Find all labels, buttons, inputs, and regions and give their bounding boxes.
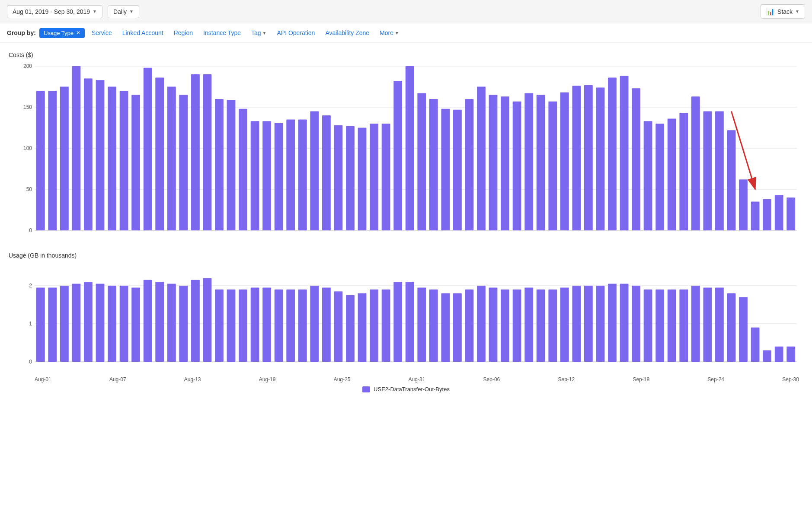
svg-rect-69 <box>715 112 724 231</box>
svg-rect-118 <box>441 293 450 362</box>
x-axis-label: Sep-18 <box>633 376 649 382</box>
svg-rect-137 <box>668 290 676 362</box>
svg-rect-14 <box>60 87 69 231</box>
svg-text:0: 0 <box>29 227 32 233</box>
svg-rect-135 <box>644 290 652 362</box>
svg-rect-126 <box>537 290 545 362</box>
group-link-region[interactable]: Region <box>170 28 196 38</box>
svg-text:50: 50 <box>26 186 32 192</box>
svg-rect-66 <box>679 113 688 230</box>
x-axis-label: Sep-24 <box>707 376 724 382</box>
svg-rect-74 <box>775 195 783 230</box>
svg-rect-70 <box>727 130 736 230</box>
usage-chart-title: Usage (GB in thousands) <box>9 252 803 259</box>
date-range-button[interactable]: Aug 01, 2019 - Sep 30, 2019 ▼ <box>7 5 102 18</box>
group-link-tag[interactable]: Tag ▼ <box>248 28 270 38</box>
svg-rect-18 <box>108 87 116 231</box>
svg-rect-123 <box>501 290 509 362</box>
svg-rect-90 <box>108 286 116 362</box>
svg-rect-124 <box>513 290 521 362</box>
svg-text:150: 150 <box>23 104 32 110</box>
svg-rect-125 <box>524 287 533 362</box>
legend: USE2-DataTransfer-Out-Bytes <box>9 386 803 392</box>
svg-rect-101 <box>239 290 247 362</box>
x-axis-label: Sep-06 <box>483 376 500 382</box>
group-link-more[interactable]: More ▼ <box>376 28 403 38</box>
svg-rect-34 <box>298 120 307 231</box>
svg-rect-132 <box>608 284 617 362</box>
close-icon[interactable]: ✕ <box>76 30 80 36</box>
svg-rect-62 <box>632 88 640 230</box>
svg-rect-47 <box>453 110 462 230</box>
svg-rect-12 <box>36 91 45 230</box>
svg-rect-93 <box>144 280 152 362</box>
svg-rect-94 <box>155 282 164 362</box>
x-axis-label: Sep-12 <box>558 376 575 382</box>
svg-rect-133 <box>620 284 629 362</box>
svg-rect-58 <box>584 85 593 230</box>
svg-rect-136 <box>655 290 664 362</box>
legend-swatch <box>362 386 370 392</box>
svg-rect-103 <box>262 287 271 362</box>
group-link-service[interactable]: Service <box>88 28 115 38</box>
group-link-availability-zone[interactable]: Availability Zone <box>322 28 373 38</box>
svg-rect-92 <box>131 287 140 362</box>
svg-rect-41 <box>382 124 390 230</box>
svg-rect-39 <box>358 128 367 231</box>
svg-rect-73 <box>763 199 771 230</box>
svg-rect-13 <box>48 91 57 230</box>
costs-svg: 050100150200 <box>9 62 803 243</box>
svg-rect-21 <box>144 68 152 230</box>
svg-rect-68 <box>703 112 712 231</box>
svg-rect-56 <box>560 92 569 230</box>
svg-rect-52 <box>513 102 521 230</box>
svg-text:1: 1 <box>29 321 32 327</box>
svg-rect-122 <box>489 287 498 362</box>
svg-rect-102 <box>251 287 259 362</box>
granularity-button[interactable]: Daily ▼ <box>108 5 139 18</box>
svg-rect-37 <box>334 125 343 230</box>
group-link-linked-account[interactable]: Linked Account <box>119 28 167 38</box>
svg-rect-20 <box>131 95 140 231</box>
svg-rect-138 <box>679 290 688 362</box>
svg-rect-26 <box>203 74 212 230</box>
svg-rect-64 <box>655 124 664 230</box>
svg-rect-44 <box>417 93 426 230</box>
svg-rect-36 <box>322 115 331 230</box>
svg-rect-114 <box>393 282 402 362</box>
x-axis-label: Aug-13 <box>184 376 201 382</box>
svg-rect-71 <box>739 179 748 230</box>
svg-rect-110 <box>346 295 355 362</box>
svg-rect-19 <box>120 91 128 230</box>
group-link-api-operation[interactable]: API Operation <box>273 28 318 38</box>
svg-rect-99 <box>215 290 224 362</box>
svg-rect-140 <box>703 287 712 362</box>
group-link-instance-type[interactable]: Instance Type <box>200 28 244 38</box>
svg-rect-97 <box>191 280 200 362</box>
svg-rect-106 <box>298 290 307 362</box>
svg-rect-141 <box>715 287 724 362</box>
svg-rect-127 <box>548 290 557 362</box>
svg-rect-134 <box>632 286 640 362</box>
svg-rect-105 <box>286 290 295 362</box>
svg-text:2: 2 <box>29 283 32 289</box>
svg-rect-130 <box>584 286 593 362</box>
svg-rect-96 <box>179 286 188 362</box>
svg-rect-87 <box>72 284 81 362</box>
usage-svg: 012 <box>9 262 803 375</box>
x-axis-label: Aug-01 <box>35 376 51 382</box>
granularity-chevron-icon: ▼ <box>129 9 134 14</box>
svg-rect-139 <box>691 286 700 362</box>
active-group-tag[interactable]: Usage Type ✕ <box>39 28 85 38</box>
svg-rect-38 <box>346 126 355 230</box>
svg-rect-86 <box>60 286 69 362</box>
stack-button[interactable]: 📊 Stack ▼ <box>761 4 805 19</box>
svg-rect-59 <box>596 87 605 230</box>
active-tag-label: Usage Type <box>44 30 74 36</box>
more-chevron-icon: ▼ <box>395 31 399 35</box>
svg-rect-128 <box>560 287 569 362</box>
svg-text:100: 100 <box>23 145 32 151</box>
svg-rect-129 <box>572 286 581 362</box>
svg-rect-84 <box>36 287 45 362</box>
svg-rect-111 <box>358 293 367 362</box>
